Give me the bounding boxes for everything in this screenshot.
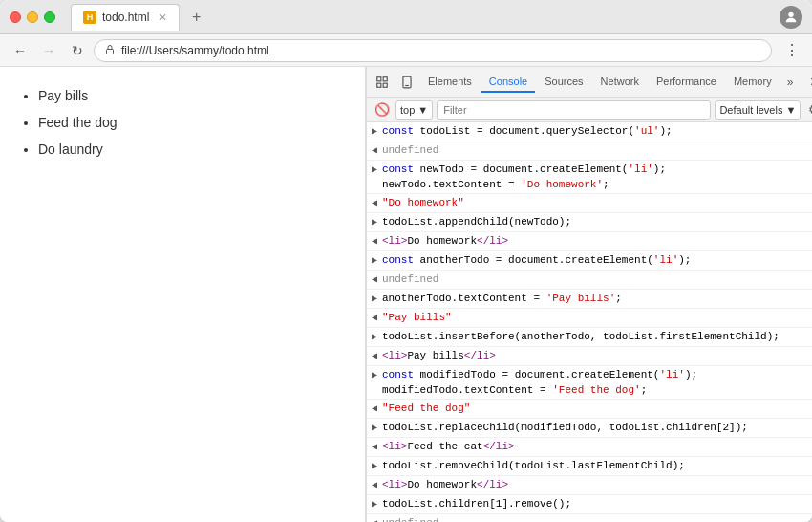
console-line-text: todoList.removeChild(todoList.lastElemen… (382, 458, 812, 473)
console-line: ◀ "Do homework" (367, 194, 812, 213)
tab-bar: H todo.html × + (71, 4, 772, 31)
svg-rect-1 (107, 49, 114, 54)
console-line-text: undefined (382, 515, 812, 522)
back-button[interactable]: ← (8, 38, 32, 63)
console-toolbar: 🚫 top ▼ Default levels ▼ ⚙ (367, 98, 812, 122)
console-line: ◀ <li>Pay bills</li> (367, 347, 812, 366)
browser-menu-button[interactable]: ⋮ (780, 38, 804, 63)
tab-favicon: H (83, 11, 96, 24)
output-arrow: ◀ (367, 348, 382, 364)
console-line: ▶ const newTodo = document.createElement… (367, 161, 812, 194)
output-arrow: ◀ (367, 477, 382, 493)
svg-rect-5 (383, 83, 387, 87)
input-arrow[interactable]: ▶ (367, 252, 382, 269)
console-line: ▶ todoList.appendChild(newTodo); (367, 213, 812, 232)
input-arrow[interactable]: ▶ (367, 162, 382, 178)
console-line-text: const anotherTodo = document.createEleme… (382, 252, 812, 268)
new-tab-button[interactable]: + (185, 6, 208, 29)
console-line: ◀ "Pay bills" (367, 309, 812, 328)
console-settings-button[interactable]: ⚙ (804, 100, 812, 120)
console-line: ◀ <li>Feed the cat</li> (367, 438, 812, 457)
input-arrow[interactable]: ▶ (367, 329, 382, 345)
devtools-tab-bar: Elements Console Sources Network Perform… (367, 67, 812, 98)
tab-network[interactable]: Network (593, 72, 647, 93)
svg-rect-3 (383, 76, 387, 80)
console-line: ◀ <li>Do homework</li> (367, 476, 812, 495)
console-line: ◀ undefined (367, 141, 812, 161)
forward-button[interactable]: → (36, 38, 61, 63)
output-arrow: ◀ (367, 439, 382, 455)
reload-button[interactable]: ↻ (65, 38, 90, 63)
tab-console[interactable]: Console (481, 72, 535, 93)
console-clear-button[interactable]: 🚫 (373, 100, 392, 120)
device-toolbar-button[interactable] (395, 71, 418, 94)
tab-performance[interactable]: Performance (649, 72, 724, 93)
console-line: ◀ "Feed the dog" (367, 400, 812, 419)
console-line: ▶ const anotherTodo = document.createEle… (367, 251, 812, 271)
output-arrow: ◀ (367, 142, 382, 159)
context-select[interactable]: top ▼ (395, 100, 433, 120)
tab-sources[interactable]: Sources (537, 72, 590, 93)
console-line-text: "Feed the dog" (382, 401, 812, 416)
console-line-text: todoList.children[1].remove(); (382, 496, 812, 511)
console-line: ◀ undefined (367, 271, 812, 290)
filter-input[interactable] (437, 100, 711, 120)
log-levels-select[interactable]: Default levels ▼ (715, 100, 801, 120)
console-line-text: todoList.appendChild(newTodo); (382, 214, 812, 229)
output-arrow: ◀ (367, 272, 382, 288)
input-arrow[interactable]: ▶ (367, 367, 382, 383)
svg-rect-6 (403, 76, 411, 88)
input-arrow[interactable]: ▶ (367, 496, 382, 512)
more-tabs-button[interactable]: » (781, 72, 800, 93)
console-line: ▶ todoList.insertBefore(anotherTodo, tod… (367, 328, 812, 347)
console-line-text: undefined (382, 142, 812, 158)
context-value: top (400, 104, 415, 116)
list-item: Feed the dog (38, 109, 346, 136)
tab-memory[interactable]: Memory (726, 72, 780, 93)
account-icon[interactable] (780, 6, 802, 29)
inspect-element-button[interactable] (371, 71, 394, 94)
console-output[interactable]: ▶ const todoList = document.querySelecto… (367, 122, 812, 522)
devtools-close-button[interactable]: × (802, 71, 812, 94)
output-arrow: ◀ (367, 515, 382, 522)
input-arrow[interactable]: ▶ (367, 214, 382, 230)
console-line: ▶ todoList.replaceChild(modifiedTodo, to… (367, 419, 812, 438)
tab-close-button[interactable]: × (159, 10, 166, 25)
output-arrow: ◀ (367, 195, 382, 211)
fullscreen-traffic-light[interactable] (44, 11, 55, 23)
list-item: Pay bills (38, 82, 346, 109)
input-arrow[interactable]: ▶ (367, 291, 382, 307)
console-line: ◀ undefined (367, 514, 812, 522)
output-arrow: ◀ (367, 233, 382, 250)
tab-elements[interactable]: Elements (420, 72, 480, 93)
console-line: ▶ const todoList = document.querySelecto… (367, 122, 812, 141)
input-arrow[interactable]: ▶ (367, 420, 382, 436)
input-arrow[interactable]: ▶ (367, 123, 382, 140)
lock-icon (104, 44, 116, 57)
console-line: ▶ anotherTodo.textContent = 'Pay bills'; (367, 290, 812, 309)
console-line: ▶ todoList.removeChild(todoList.lastElem… (367, 457, 812, 476)
minimize-traffic-light[interactable] (27, 11, 38, 23)
list-item: Do laundry (38, 136, 346, 163)
console-line-text: <li>Feed the cat</li> (382, 439, 812, 454)
traffic-lights (10, 11, 55, 23)
browser-tab[interactable]: H todo.html × (71, 4, 180, 31)
log-levels-dropdown-icon: ▼ (785, 104, 796, 116)
console-line-text: todoList.insertBefore(anotherTodo, todoL… (382, 329, 812, 344)
log-levels-label: Default levels (719, 104, 782, 116)
close-traffic-light[interactable] (10, 11, 21, 23)
svg-point-0 (788, 11, 793, 16)
console-line-text: todoList.replaceChild(modifiedTodo, todo… (382, 420, 812, 435)
input-arrow[interactable]: ▶ (367, 458, 382, 474)
address-bar[interactable]: file:///Users/sammy/todo.html (94, 39, 772, 62)
console-line: ▶ todoList.children[1].remove(); (367, 495, 812, 514)
console-line-text: <li>Do homework</li> (382, 233, 812, 249)
page-content: Pay bills Feed the dog Do laundry (0, 67, 366, 522)
console-line-text: const newTodo = document.createElement('… (382, 162, 812, 192)
console-line-text: <li>Pay bills</li> (382, 348, 812, 363)
console-line: ▶ const modifiedTodo = document.createEl… (367, 366, 812, 400)
svg-rect-2 (377, 76, 381, 80)
context-dropdown-icon: ▼ (417, 104, 428, 116)
title-bar: H todo.html × + (0, 0, 812, 34)
console-line-text: anotherTodo.textContent = 'Pay bills'; (382, 291, 812, 306)
